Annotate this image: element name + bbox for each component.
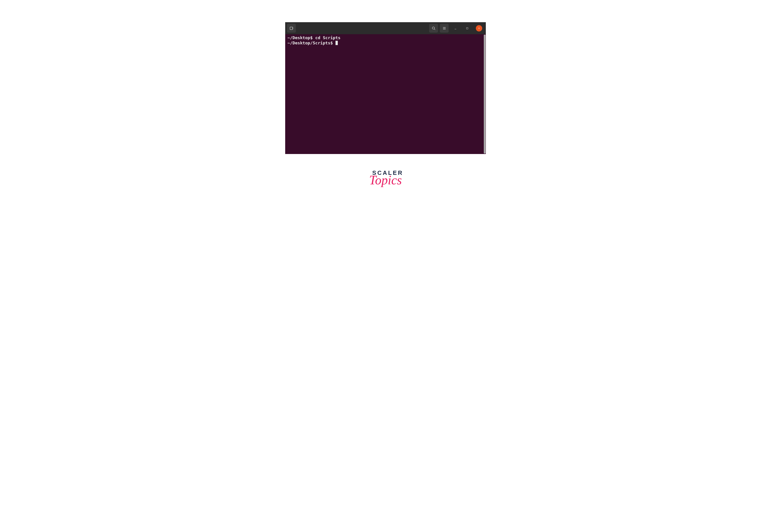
prompt-1: ~/Desktop$ — [288, 35, 315, 40]
close-icon — [478, 27, 480, 30]
titlebar-left — [287, 24, 296, 33]
minimize-button[interactable] — [452, 25, 459, 31]
terminal-line-1: ~/Desktop$ cd Scripts — [288, 35, 483, 40]
terminal-window: ~/Desktop$ cd Scripts ~/Desktop/Scripts$ — [285, 22, 486, 154]
window-titlebar — [285, 22, 486, 34]
cursor — [336, 41, 338, 45]
search-icon — [431, 26, 436, 31]
svg-line-4 — [434, 29, 435, 30]
new-tab-button[interactable] — [287, 24, 296, 33]
maximize-button[interactable] — [464, 25, 470, 31]
search-button[interactable] — [429, 24, 438, 33]
svg-rect-9 — [466, 27, 468, 29]
logo: SCALER Topics — [368, 169, 403, 187]
hamburger-icon — [442, 26, 447, 31]
minimize-icon — [454, 27, 457, 30]
close-button[interactable] — [476, 25, 482, 31]
command-1: cd Scripts — [315, 35, 341, 40]
prompt-2: ~/Desktop/Scripts$ — [288, 41, 336, 45]
scrollbar[interactable] — [484, 35, 486, 154]
terminal-line-2: ~/Desktop/Scripts$ — [288, 40, 483, 46]
titlebar-right — [429, 24, 484, 33]
svg-rect-0 — [290, 27, 293, 30]
new-tab-icon — [289, 26, 294, 31]
menu-button[interactable] — [440, 24, 449, 33]
maximize-icon — [466, 27, 469, 30]
svg-point-3 — [432, 27, 434, 29]
terminal-body[interactable]: ~/Desktop$ cd Scripts ~/Desktop/Scripts$ — [285, 34, 486, 154]
logo-topics-text: Topics — [369, 173, 402, 187]
